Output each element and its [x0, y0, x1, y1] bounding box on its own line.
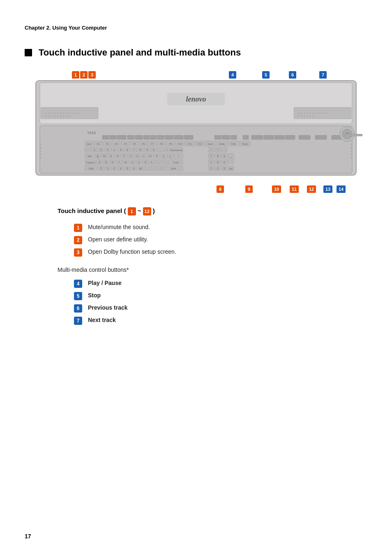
svg-point-22	[54, 113, 55, 114]
svg-text:0: 0	[153, 148, 154, 151]
svg-text:F2: F2	[106, 143, 109, 145]
svg-text:2: 2	[83, 72, 85, 77]
svg-point-45	[310, 113, 311, 114]
svg-rect-80	[315, 135, 327, 139]
svg-rect-277	[345, 134, 362, 136]
svg-text:,: ,	[147, 167, 148, 170]
svg-text:+: +	[230, 156, 232, 159]
svg-text:3: 3	[224, 167, 225, 170]
svg-text:5: 5	[217, 161, 219, 164]
svg-text:I: I	[143, 155, 144, 158]
svg-text:=: =	[166, 148, 168, 151]
svg-point-23	[57, 113, 58, 114]
svg-point-28	[71, 113, 73, 114]
svg-text:F11: F11	[188, 143, 192, 145]
svg-text:]: ]	[170, 155, 171, 158]
svg-text:O: O	[149, 155, 152, 158]
svg-text:lenovo: lenovo	[186, 95, 206, 103]
svg-point-48	[318, 113, 320, 114]
svg-text:': '	[165, 161, 165, 164]
list-item: 3 Open Dolby function setup screen.	[74, 248, 334, 257]
svg-text:4: 4	[113, 148, 115, 151]
svg-rect-66	[150, 135, 156, 139]
svg-point-52	[298, 116, 300, 117]
item-text-7: Next track	[88, 317, 116, 323]
badge-5: 5	[74, 292, 82, 300]
svg-text:3: 3	[91, 72, 93, 77]
svg-text:W: W	[103, 155, 106, 158]
badge-6: 6	[74, 304, 82, 313]
svg-point-27	[69, 113, 70, 114]
svg-text:F6: F6	[142, 143, 145, 145]
svg-text:J: J	[138, 161, 140, 164]
item-text-4: Play / Pause	[88, 280, 122, 286]
svg-point-250	[40, 144, 42, 145]
svg-point-259	[350, 157, 352, 158]
svg-point-251	[40, 147, 42, 148]
svg-point-26	[66, 113, 67, 114]
svg-point-37	[63, 116, 64, 117]
svg-text:11: 11	[292, 187, 297, 192]
svg-text:Shift: Shift	[89, 167, 94, 170]
list-item: 5 Stop	[74, 292, 334, 300]
svg-text:9: 9	[248, 187, 250, 192]
svg-text:5: 5	[120, 148, 122, 151]
section-icon	[25, 49, 32, 56]
svg-point-39	[69, 116, 70, 117]
svg-text:F5: F5	[133, 143, 136, 145]
svg-point-35	[57, 116, 58, 117]
svg-rect-71	[214, 135, 221, 139]
svg-point-46	[313, 113, 314, 114]
svg-point-258	[350, 153, 352, 155]
svg-text:F9: F9	[169, 143, 172, 145]
svg-text:7: 7	[210, 155, 212, 158]
list-item: 7 Next track	[74, 317, 334, 325]
item-text-1: Mute/unmute the sound.	[88, 224, 150, 230]
svg-rect-69	[174, 135, 183, 139]
page-container: Chapter 2. Using Your Computer Touch ind…	[0, 0, 392, 351]
multimedia-title: Multi-media control buttons*	[58, 266, 334, 273]
list-item: 1 Mute/unmute the sound.	[74, 224, 334, 232]
svg-point-29	[74, 113, 76, 114]
svg-text:4: 4	[231, 72, 234, 77]
svg-text:Shift: Shift	[171, 167, 176, 170]
svg-point-55	[307, 116, 308, 117]
svg-point-30	[77, 113, 78, 114]
badge-7: 7	[74, 317, 82, 325]
svg-rect-67	[157, 135, 164, 139]
svg-text:D: D	[111, 161, 113, 164]
svg-text:K: K	[145, 161, 147, 164]
svg-text:Z: Z	[100, 167, 102, 170]
svg-text:R: R	[116, 155, 118, 158]
svg-point-33	[51, 116, 53, 117]
chapter-title: Chapter 2. Using Your Computer	[25, 25, 367, 31]
svg-text:10: 10	[274, 187, 279, 192]
badge-4: 4	[74, 280, 82, 288]
svg-text:H: H	[131, 161, 133, 164]
svg-text:Q: Q	[97, 155, 99, 158]
svg-text:.: .	[153, 167, 154, 170]
svg-text:9: 9	[224, 155, 225, 158]
multimedia-list: 4 Play / Pause 5 Stop 6 Previous track 7…	[58, 280, 334, 325]
svg-text:F: F	[118, 161, 120, 164]
svg-text:A: A	[99, 161, 101, 164]
svg-text:F10: F10	[178, 143, 182, 145]
svg-text:6: 6	[291, 72, 294, 77]
svg-text:F1: F1	[97, 143, 100, 145]
list-item: 2 Open user define utility.	[74, 236, 334, 244]
svg-text:\: \	[178, 155, 179, 158]
svg-text:F8: F8	[160, 143, 163, 145]
svg-point-47	[316, 113, 317, 114]
svg-text:Backspace: Backspace	[171, 149, 183, 151]
svg-text:13: 13	[325, 187, 330, 192]
svg-text:Enter: Enter	[173, 161, 179, 164]
svg-rect-63	[127, 135, 134, 139]
svg-text:/: /	[160, 167, 161, 170]
svg-text:F12: F12	[198, 143, 202, 145]
svg-text:G: G	[125, 161, 127, 164]
svg-point-31	[46, 116, 47, 117]
svg-text:Insert: Insert	[208, 143, 213, 145]
svg-rect-70	[184, 135, 193, 139]
svg-text:8: 8	[217, 155, 219, 158]
touch-panel-title: Touch inductive panel ( 1 ~ 12 )	[58, 207, 334, 215]
